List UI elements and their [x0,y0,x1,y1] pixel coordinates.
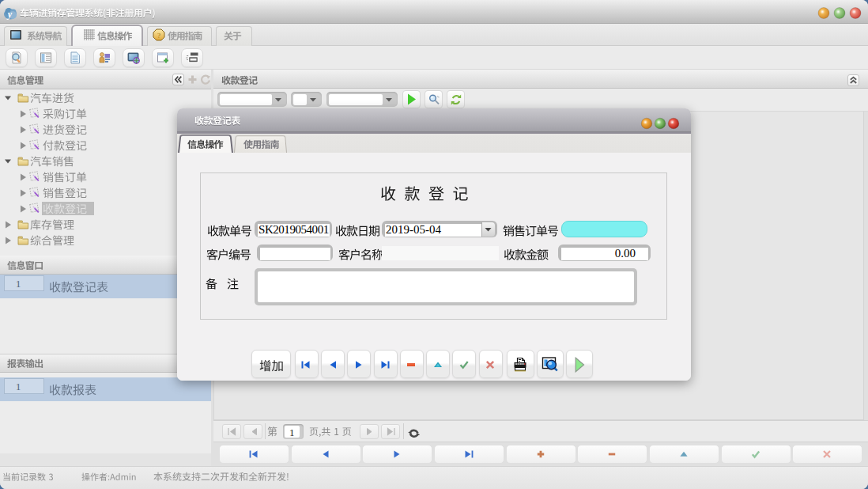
svg-text:y: y [6,9,13,20]
svg-text:?: ? [157,32,160,40]
